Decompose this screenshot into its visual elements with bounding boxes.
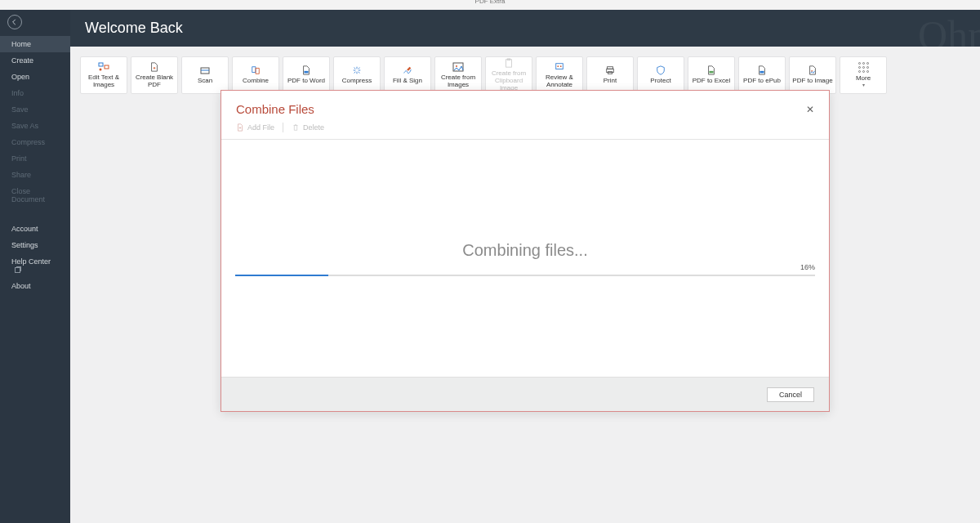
sidebar-item-close-document: Close Document — [0, 183, 70, 208]
add-file-label: Add File — [247, 123, 274, 132]
add-file-icon — [236, 123, 244, 132]
sidebar-item-open[interactable]: Open — [0, 69, 70, 85]
dialog-toolbar: Add File Delete — [221, 121, 829, 140]
progress-fill — [235, 275, 328, 276]
sidebar-item-save: Save — [0, 101, 70, 118]
combine-files-dialog: Combine Files ✕ Add File — [220, 90, 830, 412]
cancel-label: Cancel — [779, 391, 802, 399]
dialog-title: Combine Files — [236, 102, 314, 116]
sidebar-item-print: Print — [0, 150, 70, 167]
delete-label: Delete — [303, 123, 324, 132]
sidebar: HomeCreateOpenInfoSaveSave AsCompressPri… — [0, 10, 70, 523]
sidebar-item-home[interactable]: Home — [0, 36, 70, 52]
sidebar-item-about[interactable]: About — [0, 278, 70, 294]
sidebar-bottom: AccountSettingsHelp CenterAbout — [0, 221, 70, 294]
status-text: Combining files... — [462, 241, 587, 260]
modal-overlay: Combine Files ✕ Add File — [70, 10, 980, 523]
progress-bar: 16% — [235, 275, 815, 276]
sidebar-top: HomeCreateOpenInfoSaveSave AsCompressPri… — [0, 36, 70, 208]
close-button[interactable]: ✕ — [804, 104, 816, 115]
title-bar: PDF Extra — [0, 0, 980, 10]
sidebar-item-save-as: Save As — [0, 118, 70, 134]
arrow-left-icon — [11, 19, 18, 25]
app-title: PDF Extra — [475, 0, 506, 5]
add-file-button[interactable]: Add File — [236, 123, 274, 132]
cancel-button[interactable]: Cancel — [767, 387, 814, 402]
sidebar-item-info: Info — [0, 85, 70, 101]
external-link-icon — [15, 267, 20, 273]
sidebar-item-settings[interactable]: Settings — [0, 237, 70, 253]
back-button[interactable] — [7, 15, 22, 29]
sidebar-item-compress: Compress — [0, 134, 70, 150]
main-area: Welcome Back Qhn Edit Text & ImagesCreat… — [70, 10, 980, 523]
delete-button[interactable]: Delete — [292, 123, 324, 132]
delete-icon — [292, 123, 300, 132]
progress-percent: 16% — [800, 263, 815, 271]
sidebar-item-share: Share — [0, 167, 70, 183]
sidebar-item-account[interactable]: Account — [0, 221, 70, 237]
toolbar-separator — [283, 123, 283, 132]
sidebar-item-help-center[interactable]: Help Center — [0, 253, 70, 278]
sidebar-item-create[interactable]: Create — [0, 52, 70, 69]
